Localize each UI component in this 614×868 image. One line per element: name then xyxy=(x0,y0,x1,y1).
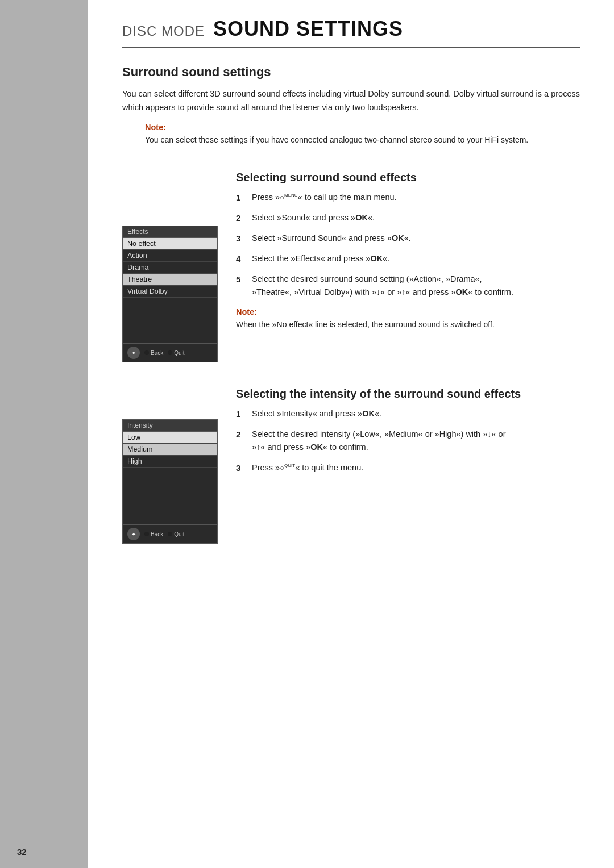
surround-note-label: Note: xyxy=(145,123,557,132)
effects-back-btn[interactable]: Back xyxy=(144,350,163,356)
step-text-2: Select »Sound« and press »OK«. xyxy=(252,211,580,224)
step-num-3: 3 xyxy=(236,232,248,245)
intensity-section: Intensity Low Medium High ✦ Back Quit xyxy=(122,374,580,544)
int-step-text-3: Press »○QUIT« to quit the menu. xyxy=(252,461,580,474)
step-num-1: 1 xyxy=(236,191,248,205)
intensity-quit-dot xyxy=(168,532,172,536)
intensity-nav-icon: ✦ xyxy=(127,528,140,540)
effects-section: Effects No effect Action Drama Theatre V… xyxy=(122,157,580,362)
step-text-4: Select the »Effects« and press »OK«. xyxy=(252,252,580,265)
intensity-item-medium[interactable]: Medium xyxy=(123,444,217,456)
effects-step-3: 3 Select »Surround Sound« and press »OK«… xyxy=(236,232,580,245)
effects-menu-column: Effects No effect Action Drama Theatre V… xyxy=(122,157,236,362)
effects-step-2: 2 Select »Sound« and press »OK«. xyxy=(236,211,580,225)
effects-quit-label: Quit xyxy=(174,350,184,356)
effects-menu-wrapper: Effects No effect Action Drama Theatre V… xyxy=(122,226,225,362)
main-content: DISC MODE SOUND SETTINGS Surround sound … xyxy=(88,0,614,589)
int-step-num-1: 1 xyxy=(236,407,248,421)
effects-item-drama[interactable]: Drama xyxy=(123,262,217,274)
effects-steps: 1 Press »○MENU« to call up the main menu… xyxy=(236,191,580,299)
intensity-menu-box: Intensity Low Medium High ✦ Back Quit xyxy=(122,419,218,544)
effects-back-label: Back xyxy=(151,350,163,356)
step-text-5: Select the desired surround sound settin… xyxy=(252,273,580,299)
effects-content: Selecting surround sound effects 1 Press… xyxy=(236,157,580,362)
effects-quit-btn[interactable]: Quit xyxy=(168,350,184,356)
intensity-quit-btn[interactable]: Quit xyxy=(168,531,184,537)
effects-step-5: 5 Select the desired surround sound sett… xyxy=(236,273,580,299)
back-dot xyxy=(144,350,149,355)
sidebar xyxy=(0,0,88,868)
effects-note: Note: When the »No effect« line is selec… xyxy=(236,307,580,331)
page-number: 32 xyxy=(17,847,27,857)
intensity-menu-footer: ✦ Back Quit xyxy=(123,524,217,543)
step-num-5: 5 xyxy=(236,273,248,286)
page-title: DISC MODE SOUND SETTINGS xyxy=(122,17,580,48)
effects-item-theatre[interactable]: Theatre xyxy=(123,274,217,286)
surround-heading: Surround sound settings xyxy=(122,65,580,80)
surround-section: Surround sound settings You can select d… xyxy=(122,65,580,146)
step-text-3: Select »Surround Sound« and press »OK«. xyxy=(252,232,580,245)
intensity-item-low[interactable]: Low xyxy=(123,432,217,444)
step-text-1: Press »○MENU« to call up the main menu. xyxy=(252,191,580,204)
intensity-step-3: 3 Press »○QUIT« to quit the menu. xyxy=(236,461,580,475)
effects-step-4: 4 Select the »Effects« and press »OK«. xyxy=(236,252,580,266)
quit-dot xyxy=(168,350,172,355)
effects-menu-header: Effects xyxy=(123,226,217,238)
intensity-menu-header: Intensity xyxy=(123,420,217,432)
effects-menu-footer: ✦ Back Quit xyxy=(123,343,217,362)
surround-note: Note: You can select these settings if y… xyxy=(145,123,557,146)
intensity-heading: Selecting the intensity of the surround … xyxy=(236,387,580,400)
intensity-back-btn[interactable]: Back xyxy=(144,531,163,537)
int-step-num-2: 2 xyxy=(236,428,248,441)
intensity-menu-wrapper: Intensity Low Medium High ✦ Back Quit xyxy=(122,419,225,544)
effects-nav-icon: ✦ xyxy=(127,347,140,359)
surround-note-text: You can select these settings if you hav… xyxy=(145,133,557,146)
step-num-2: 2 xyxy=(236,211,248,225)
title-prefix: DISC MODE xyxy=(122,23,205,39)
effects-note-text: When the »No effect« line is selected, t… xyxy=(236,318,580,331)
effects-note-label: Note: xyxy=(236,307,580,316)
effects-item-no-effect[interactable]: No effect xyxy=(123,238,217,250)
intensity-step-1: 1 Select »Intensity« and press »OK«. xyxy=(236,407,580,421)
step-num-4: 4 xyxy=(236,252,248,266)
intensity-menu-column: Intensity Low Medium High ✦ Back Quit xyxy=(122,374,236,544)
intensity-step-2: 2 Select the desired intensity (»Low«, »… xyxy=(236,428,580,454)
intensity-steps: 1 Select »Intensity« and press »OK«. 2 S… xyxy=(236,407,580,474)
surround-intro: You can select different 3D surround sou… xyxy=(122,87,580,115)
effects-item-action[interactable]: Action xyxy=(123,250,217,262)
int-step-text-2: Select the desired intensity (»Low«, »Me… xyxy=(252,428,580,454)
int-step-num-3: 3 xyxy=(236,461,248,475)
effects-item-virtual-dolby[interactable]: Virtual Dolby xyxy=(123,286,217,298)
intensity-item-high[interactable]: High xyxy=(123,456,217,468)
title-main: SOUND SETTINGS xyxy=(213,17,403,40)
effects-menu-box: Effects No effect Action Drama Theatre V… xyxy=(122,226,218,362)
effects-heading: Selecting surround sound effects xyxy=(236,171,580,184)
intensity-back-dot xyxy=(144,532,149,536)
intensity-back-label: Back xyxy=(151,531,163,537)
intensity-content: Selecting the intensity of the surround … xyxy=(236,374,580,544)
int-step-text-1: Select »Intensity« and press »OK«. xyxy=(252,407,580,420)
effects-step-1: 1 Press »○MENU« to call up the main menu… xyxy=(236,191,580,205)
intensity-quit-label: Quit xyxy=(174,531,184,537)
